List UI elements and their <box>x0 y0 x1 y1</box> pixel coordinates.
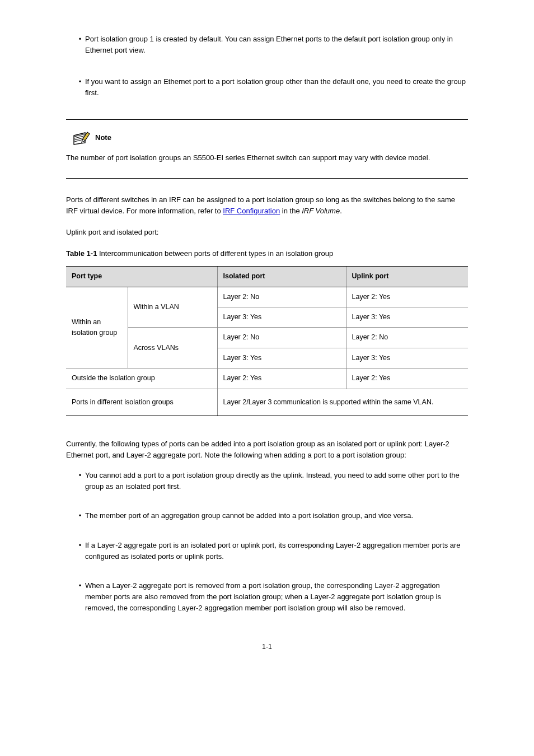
note-label: Note <box>95 132 111 143</box>
intro-bullet-1: • Port isolation group 1 is created by d… <box>75 34 468 56</box>
cell-iso-l2-no-2: Layer 2: No <box>217 328 346 348</box>
intro-bullet-1-text: Port isolation group 1 is created by def… <box>85 34 468 56</box>
page-number: 1-1 <box>66 642 468 652</box>
cell-across-vlans: Across VLANs <box>128 328 217 368</box>
cell-within-vlan: Within a VLAN <box>128 287 217 328</box>
cell-up-l3-yes-2: Layer 3: Yes <box>346 348 468 368</box>
compat-bullet-2-text: The member port of an aggregation group … <box>85 510 468 521</box>
cell-iso-l2-no: Layer 2: No <box>217 287 346 307</box>
compat-bullet-4-text: When a Layer-2 aggregate port is removed… <box>85 580 468 614</box>
bullet-dot: • <box>75 510 85 521</box>
irf-paragraph: Ports of different switches in an IRF ca… <box>66 194 468 217</box>
note-icon <box>73 131 92 146</box>
table-header-row: Port type Isolated port Uplink port <box>66 267 468 287</box>
bullet-dot: • <box>75 34 85 56</box>
compat-bullet-list: • You cannot add a port to a port isolat… <box>75 470 468 614</box>
irf-config-link[interactable]: IRF Configuration <box>223 207 280 215</box>
intro-bullet-2-text: If you want to assign an Ethernet port t… <box>85 76 468 99</box>
table-title-rest: Intercommunication between ports of diff… <box>97 249 333 258</box>
cell-outside-group: Outside the isolation group <box>66 368 217 389</box>
compat-bullet-2: • The member port of an aggregation grou… <box>75 510 468 521</box>
cell-outside-up: Layer 2: Yes <box>346 368 468 389</box>
uplink-isolated-label: Uplink port and isolated port: <box>66 227 468 238</box>
bullet-dot: • <box>75 470 85 492</box>
note-block: Note The number of port isolation groups… <box>66 119 468 179</box>
cell-up-l2-no: Layer 2: No <box>346 328 468 348</box>
intro-bullet-2: • If you want to assign an Ethernet port… <box>75 76 468 99</box>
table-title: Table 1-1 Intercommunication between por… <box>66 248 468 259</box>
compat-bullet-1-text: You cannot add a port to a port isolatio… <box>85 470 468 492</box>
th-uplink: Uplink port <box>346 267 468 287</box>
bullet-dot: • <box>75 580 85 614</box>
bullet-dot: • <box>75 76 85 99</box>
cell-iso-l3-yes: Layer 3: Yes <box>217 307 346 328</box>
note-header: Note <box>73 131 468 146</box>
table-row: Within an isolation group Within a VLAN … <box>66 287 468 307</box>
cell-diff-groups-value: Layer 2/Layer 3 communication is support… <box>217 389 468 416</box>
table-title-bold: Table 1-1 <box>66 249 97 258</box>
cell-up-l2-yes: Layer 2: Yes <box>346 287 468 307</box>
bullet-dot: • <box>75 540 85 562</box>
table-row: Outside the isolation group Layer 2: Yes… <box>66 368 468 389</box>
compat-bullet-4: • When a Layer-2 aggregate port is remov… <box>75 580 468 614</box>
compat-bullet-1: • You cannot add a port to a port isolat… <box>75 470 468 492</box>
cell-up-l3-yes: Layer 3: Yes <box>346 307 468 328</box>
compat-heading: Currently, the following types of ports … <box>66 438 468 461</box>
irf-para-text-2: in the <box>280 207 302 215</box>
cell-iso-l3-yes-2: Layer 3: Yes <box>217 348 346 368</box>
cell-within-group: Within an isolation group <box>66 287 128 368</box>
th-port-type: Port type <box>66 267 217 287</box>
compat-bullet-3: • If a Layer-2 aggregate port is an isol… <box>75 540 468 562</box>
irf-volume-italic: IRF Volume <box>302 207 340 215</box>
compat-bullet-3-text: If a Layer-2 aggregate port is an isolat… <box>85 540 468 562</box>
cell-outside-iso: Layer 2: Yes <box>217 368 346 389</box>
cell-diff-groups: Ports in different isolation groups <box>66 389 217 416</box>
isolation-table: Port type Isolated port Uplink port With… <box>66 266 468 416</box>
note-body: The number of port isolation groups an S… <box>66 152 468 164</box>
th-isolated: Isolated port <box>217 267 346 287</box>
irf-para-text-3: . <box>340 207 342 215</box>
table-row: Ports in different isolation groups Laye… <box>66 389 468 416</box>
intro-bullet-list: • Port isolation group 1 is created by d… <box>75 34 468 99</box>
